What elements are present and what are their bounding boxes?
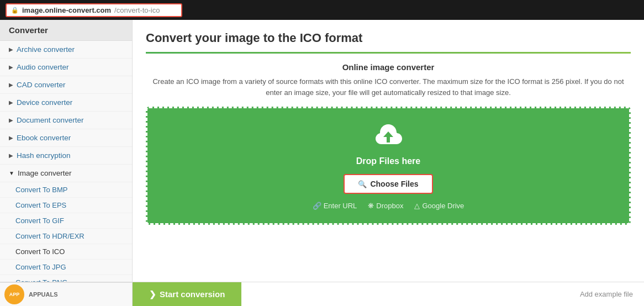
sidebar-subitem-png[interactable]: Convert To PNG xyxy=(0,275,132,282)
link-icon: 🔗 xyxy=(313,202,321,210)
sidebar-subitem-jpg[interactable]: Convert To JPG xyxy=(0,260,132,275)
url-path: /convert-to-ico xyxy=(114,6,160,14)
sidebar-subitem-eps[interactable]: Convert To EPS xyxy=(0,198,132,213)
sidebar-item-label: Hash encryption xyxy=(17,151,71,160)
add-example-link[interactable]: Add example file xyxy=(241,282,644,306)
sidebar-logo-area: APP APPUALS xyxy=(0,282,133,306)
sidebar-subitem-label: Convert To JPG xyxy=(15,263,66,271)
arrow-icon: ▶ xyxy=(9,99,13,105)
sidebar-item-document[interactable]: ▶ Document converter xyxy=(0,112,132,129)
start-conversion-button[interactable]: ❯ Start conversion xyxy=(133,282,241,306)
sidebar-item-device[interactable]: ▶ Device converter xyxy=(0,94,132,112)
extra-options: 🔗 Enter URL ❋ Dropbox △ Google Drive xyxy=(313,202,464,210)
drop-zone[interactable]: Drop Files here 🔍 Choose Files 🔗 Enter U… xyxy=(146,107,631,225)
arrow-down-icon: ▼ xyxy=(9,170,14,176)
sidebar-subitem-ico[interactable]: Convert To ICO xyxy=(0,244,132,260)
enter-url-label: Enter URL xyxy=(324,202,357,210)
sidebar-item-audio[interactable]: ▶ Audio converter xyxy=(0,59,132,76)
appuals-logo-img: APP xyxy=(4,284,24,304)
choose-files-label: Choose Files xyxy=(370,180,418,188)
sidebar-item-label: Ebook converter xyxy=(17,134,71,142)
arrow-icon: ▶ xyxy=(9,64,13,70)
appuals-brand: APPUALS xyxy=(29,291,58,298)
sidebar-item-label: CAD converter xyxy=(17,81,66,89)
arrow-icon: ▶ xyxy=(9,152,13,159)
google-drive-option[interactable]: △ Google Drive xyxy=(414,202,464,210)
bottom-section: APP APPUALS ❯ Start conversion Add examp… xyxy=(0,282,644,306)
sidebar-header: Converter xyxy=(0,20,132,41)
sidebar-subitem-label: Convert To GIF xyxy=(15,217,64,225)
sidebar-subitem-label: Convert To EPS xyxy=(15,201,66,209)
sidebar-subitem-label: Convert To BMP xyxy=(15,186,67,194)
gdrive-icon: △ xyxy=(414,202,420,210)
page-title: Convert your image to the ICO format xyxy=(146,31,631,45)
sidebar-item-label: Document converter xyxy=(17,116,84,124)
logo-text: APP xyxy=(9,292,20,297)
browser-bar: 🔒 image.online-convert.com /convert-to-i… xyxy=(0,0,644,20)
search-icon: 🔍 xyxy=(358,180,367,188)
gdrive-label: Google Drive xyxy=(422,202,464,210)
sidebar-item-archive[interactable]: ▶ Archive converter xyxy=(0,41,132,59)
content-area: Convert your image to the ICO format Onl… xyxy=(133,20,644,282)
drop-text: Drop Files here xyxy=(356,156,420,166)
dropbox-icon: ❋ xyxy=(368,202,374,210)
sidebar-item-label: Image converter xyxy=(18,169,72,177)
sidebar-subitem-label: Convert To ICO xyxy=(15,247,65,256)
lock-icon: 🔒 xyxy=(11,7,19,14)
sidebar: Converter ▶ Archive converter ▶ Audio co… xyxy=(0,20,133,282)
sidebar-item-ebook[interactable]: ▶ Ebook converter xyxy=(0,129,132,147)
sidebar-item-hash[interactable]: ▶ Hash encryption xyxy=(0,147,132,165)
content-and-sidebar: Converter ▶ Archive converter ▶ Audio co… xyxy=(0,20,644,282)
sidebar-subitem-hdr[interactable]: Convert To HDR/EXR xyxy=(0,229,132,244)
arrow-icon: ▶ xyxy=(9,135,13,141)
title-underline xyxy=(146,52,631,54)
page-wrapper: Converter ▶ Archive converter ▶ Audio co… xyxy=(0,20,644,306)
start-button-label: Start conversion xyxy=(160,289,225,299)
url-base: image.online-convert.com xyxy=(22,6,111,14)
main-container: Converter ▶ Archive converter ▶ Audio co… xyxy=(0,20,644,306)
upload-cloud-icon xyxy=(372,122,405,151)
add-example-label: Add example file xyxy=(580,290,633,298)
dropbox-option[interactable]: ❋ Dropbox xyxy=(368,202,403,210)
arrow-icon: ▶ xyxy=(9,117,13,123)
address-bar[interactable]: 🔒 image.online-convert.com /convert-to-i… xyxy=(6,3,182,17)
choose-files-button[interactable]: 🔍 Choose Files xyxy=(344,174,432,194)
sidebar-item-label: Archive converter xyxy=(17,45,75,54)
arrow-icon: ▶ xyxy=(9,46,13,52)
sidebar-item-label: Device converter xyxy=(17,98,72,107)
arrow-icon: ▶ xyxy=(9,82,13,88)
section-subtitle: Online image converter xyxy=(146,62,631,72)
sidebar-subitem-label: Convert To HDR/EXR xyxy=(15,232,85,240)
description-text: Create an ICO image from a variety of so… xyxy=(146,76,631,98)
enter-url-option[interactable]: 🔗 Enter URL xyxy=(313,202,357,210)
sidebar-subitem-bmp[interactable]: Convert To BMP xyxy=(0,182,132,198)
sidebar-item-label: Audio converter xyxy=(17,63,69,71)
chevron-icon: ❯ xyxy=(149,289,156,299)
sidebar-item-cad[interactable]: ▶ CAD converter xyxy=(0,76,132,94)
sidebar-item-image[interactable]: ▼ Image converter xyxy=(0,165,132,182)
dropbox-label: Dropbox xyxy=(376,202,403,210)
sidebar-subitem-gif[interactable]: Convert To GIF xyxy=(0,213,132,229)
